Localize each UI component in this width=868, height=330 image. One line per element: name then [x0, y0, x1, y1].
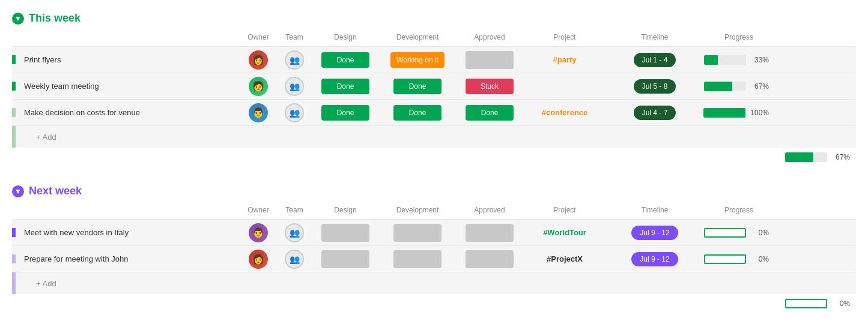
task-row-john: Prepare for meeting with John 👩 👥 #Proje… — [12, 245, 856, 272]
task-name-cell-2: Weekly team meeting — [12, 82, 240, 91]
left-border-1 — [12, 55, 16, 64]
timeline-cell-1: Jul 1 - 4 — [607, 53, 703, 67]
left-border-3 — [12, 108, 16, 117]
progress-bar-outer-n2 — [704, 254, 746, 264]
dev-cell-1[interactable]: Working on it — [378, 52, 457, 68]
status-done-design-3: Done — [321, 105, 369, 121]
task-name-2: Weekly team meeting — [24, 82, 99, 91]
progress-bar-outer-2 — [704, 82, 746, 91]
next-week-header: ▼ Next week — [12, 185, 856, 197]
dev-cell-3[interactable]: Done — [378, 105, 457, 121]
team-cell-2: 👥 — [276, 77, 312, 96]
owner-cell-3: 👨 — [240, 103, 276, 122]
progress-bar-inner-1 — [704, 55, 718, 65]
col-owner-tw: Owner — [240, 33, 276, 41]
task-name-cell-n1: Meet with new vendors in Italy — [12, 228, 240, 237]
task-row-weekly-meeting: Weekly team meeting 🧑 👥 Done Done Stuck … — [12, 73, 856, 99]
this-week-add-row[interactable]: + Add — [12, 125, 856, 148]
task-name-cell-1: Print flyers — [12, 55, 240, 64]
col-design-nw: Design — [312, 206, 378, 214]
design-cell-1[interactable]: Done — [312, 52, 378, 68]
task-row-vendors: Meet with new vendors in Italy 👨 👥 #Worl… — [12, 219, 856, 245]
col-progress-tw: Progress — [703, 33, 775, 41]
col-progress-nw: Progress — [703, 206, 775, 214]
design-cell-3[interactable]: Done — [312, 105, 378, 121]
next-week-summary: 0% — [12, 294, 856, 313]
approved-cell-2[interactable]: Stuck — [457, 79, 523, 94]
avatar-2: 🧑 — [249, 77, 268, 96]
task-name-3: Make decision on costs for venue — [24, 108, 140, 117]
summary-progress-text-nw: 0% — [832, 299, 850, 308]
add-text-nw[interactable]: + Add — [24, 279, 56, 288]
design-cell-2[interactable]: Done — [312, 79, 378, 94]
dev-cell-n1[interactable] — [378, 224, 457, 242]
status-empty-n2-approved — [466, 250, 514, 268]
left-border-n1 — [12, 228, 16, 237]
approved-cell-n2[interactable] — [457, 250, 523, 268]
timeline-badge-n2: Jul 9 - 12 — [631, 252, 678, 266]
avatar-n1: 👨 — [249, 223, 268, 242]
progress-bar-outer-1 — [704, 55, 746, 65]
project-cell-n2: #ProjectX — [523, 254, 607, 263]
team-avatar-1: 👥 — [285, 50, 304, 70]
dev-cell-2[interactable]: Done — [378, 79, 457, 94]
timeline-cell-3: Jul 4 - 7 — [607, 106, 703, 120]
progress-cell-n2: 0% — [703, 254, 775, 264]
team-avatar-n2: 👥 — [285, 250, 304, 269]
timeline-cell-n2: Jul 9 - 12 — [607, 252, 703, 266]
status-empty-1 — [466, 51, 514, 69]
left-border-2 — [12, 82, 16, 91]
left-border-add-nw — [12, 272, 16, 294]
next-week-section: ▼ Next week Owner Team Design Developmen… — [12, 185, 856, 313]
design-cell-n2[interactable] — [312, 250, 378, 268]
timeline-cell-2: Jul 5 - 8 — [607, 79, 703, 94]
next-week-chevron[interactable]: ▼ — [12, 185, 24, 197]
timeline-cell-n1: Jul 9 - 12 — [607, 226, 703, 240]
progress-cell-1: 33% — [703, 55, 775, 65]
timeline-badge-2: Jul 5 - 8 — [634, 79, 676, 94]
add-cell-nw: + Add — [12, 272, 240, 294]
timeline-badge-n1: Jul 9 - 12 — [631, 226, 678, 240]
avatar-1: 👩 — [249, 50, 268, 70]
status-empty-n1-dev — [393, 224, 442, 242]
add-text-tw[interactable]: + Add — [24, 133, 56, 142]
col-design-tw: Design — [312, 33, 378, 41]
next-week-add-row[interactable]: + Add — [12, 272, 856, 294]
col-timeline-nw: Timeline — [607, 206, 703, 214]
task-name-cell-3: Make decision on costs for venue — [12, 108, 240, 117]
add-cell-tw: + Add — [12, 126, 240, 148]
this-week-summary: 67% — [12, 148, 856, 167]
team-cell-n2: 👥 — [276, 250, 312, 269]
approved-cell-3[interactable]: Done — [457, 105, 523, 121]
design-cell-n1[interactable] — [312, 224, 378, 242]
status-empty-n1-approved — [466, 224, 514, 242]
task-row-make-decision: Make decision on costs for venue 👨 👥 Don… — [12, 99, 856, 125]
project-cell-n1: #WorldTour — [523, 228, 607, 237]
this-week-section: ▼ This week Owner Team Design Developmen… — [12, 12, 856, 167]
summary-progress-text-tw: 67% — [832, 153, 850, 161]
progress-bar-outer-n1 — [704, 228, 746, 238]
progress-text-n2: 0% — [751, 255, 769, 263]
col-dev-nw: Development — [378, 206, 457, 214]
this-week-col-headers: Owner Team Design Development Approved P… — [12, 31, 856, 44]
status-done-approved-3: Done — [466, 105, 514, 121]
status-empty-n2-design — [321, 250, 369, 268]
status-done-dev-2: Done — [393, 79, 442, 94]
task-name-n2: Prepare for meeting with John — [24, 254, 128, 263]
progress-bar-outer-3 — [703, 108, 745, 118]
this-week-chevron[interactable]: ▼ — [12, 13, 24, 25]
project-cell-3: #conference — [523, 108, 607, 117]
col-task — [12, 33, 240, 41]
col-team-nw: Team — [276, 206, 312, 214]
approved-cell-1[interactable] — [457, 51, 523, 69]
status-stuck-2: Stuck — [466, 79, 514, 94]
summary-progress-bar-inner-tw — [785, 152, 813, 162]
progress-text-n1: 0% — [751, 229, 769, 237]
status-empty-n2-dev — [393, 250, 442, 268]
dev-cell-n2[interactable] — [378, 250, 457, 268]
approved-cell-n1[interactable] — [457, 224, 523, 242]
col-team-tw: Team — [276, 33, 312, 41]
owner-cell-1: 👩 — [240, 50, 276, 70]
owner-cell-n1: 👨 — [240, 223, 276, 242]
team-cell-1: 👥 — [276, 50, 312, 70]
